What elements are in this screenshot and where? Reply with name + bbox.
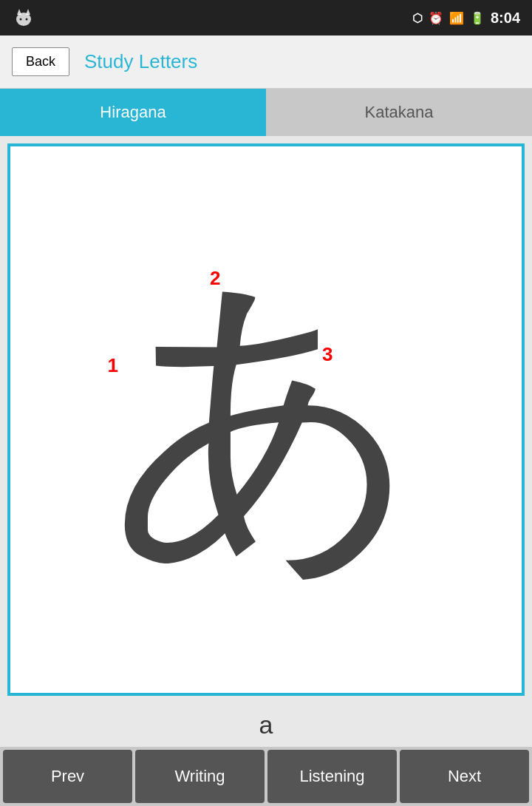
alarm-icon: ⏰	[429, 11, 443, 25]
status-bar: ⬡ ⏰ 📶 🔋 8:04	[0, 0, 532, 35]
top-bar: Back Study Letters	[0, 35, 532, 89]
stroke-number-2: 2	[210, 267, 220, 290]
tab-katakana[interactable]: Katakana	[266, 89, 532, 136]
svg-marker-1	[17, 9, 21, 15]
prev-button[interactable]: Prev	[3, 750, 132, 803]
hiragana-glyph: あ	[107, 265, 425, 575]
tab-row: Hiragana Katakana	[0, 89, 532, 136]
character-display: 1 2 3 あ	[7, 143, 525, 696]
svg-point-3	[20, 18, 22, 21]
bottom-bar: Prev Writing Listening Next	[0, 747, 532, 806]
char-canvas: 1 2 3 あ	[10, 146, 522, 693]
stroke-number-1: 1	[107, 354, 117, 377]
status-bar-left	[12, 6, 35, 30]
romanji-label: a	[0, 703, 532, 747]
signal-icon: ⬡	[412, 11, 423, 25]
back-button[interactable]: Back	[12, 47, 69, 76]
svg-marker-2	[26, 9, 30, 15]
battery-icon: 🔋	[470, 11, 485, 25]
cat-icon	[12, 6, 35, 30]
stroke-number-3: 3	[322, 343, 332, 366]
tab-hiragana[interactable]: Hiragana	[0, 89, 266, 136]
listening-button[interactable]: Listening	[267, 750, 397, 803]
status-time: 8:04	[491, 10, 520, 27]
svg-point-4	[26, 18, 28, 21]
status-bar-right: ⬡ ⏰ 📶 🔋 8:04	[412, 10, 520, 27]
page-title: Study Letters	[84, 50, 197, 73]
next-button[interactable]: Next	[400, 750, 529, 803]
writing-button[interactable]: Writing	[135, 750, 265, 803]
network-icon: 📶	[449, 11, 464, 25]
